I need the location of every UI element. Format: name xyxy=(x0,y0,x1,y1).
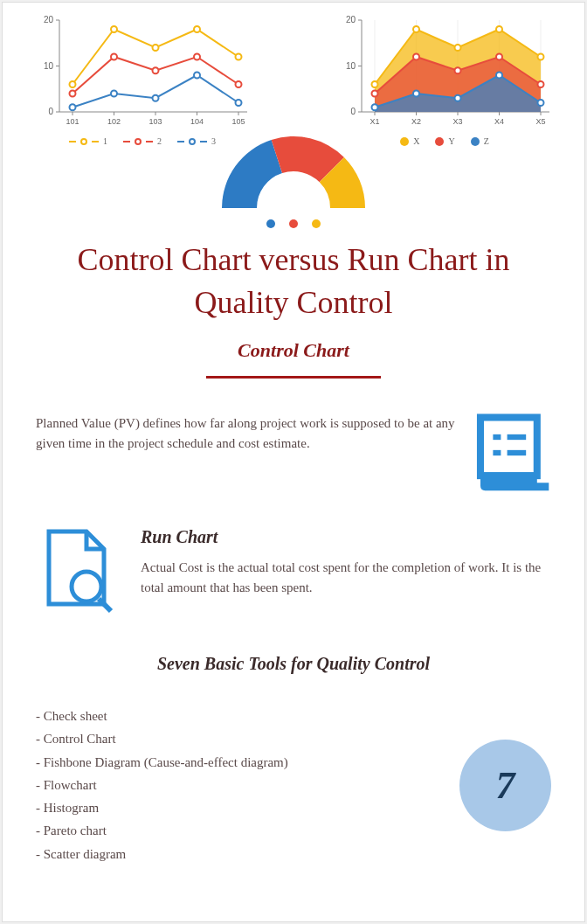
svg-text:105: 105 xyxy=(231,117,245,126)
svg-text:101: 101 xyxy=(66,117,79,126)
dot-blue xyxy=(266,219,275,228)
svg-text:102: 102 xyxy=(107,117,121,126)
svg-point-63 xyxy=(413,91,419,97)
divider xyxy=(206,376,381,379)
tools-list-item: - Check sheet xyxy=(36,705,442,727)
svg-point-55 xyxy=(496,26,502,32)
seven-tools-heading: Seven Basic Tools for Quality Control xyxy=(3,654,584,674)
svg-text:X5: X5 xyxy=(535,117,545,126)
dot-red xyxy=(289,219,298,228)
document-page: 01020101102103104105 123 01020X1X2X3X4X5… xyxy=(2,2,585,922)
gauge-chart xyxy=(3,134,584,212)
main-title: Control Chart versus Run Chart in Qualit… xyxy=(3,228,584,323)
dots-row xyxy=(3,219,584,228)
control-chart-text: Planned Value (PV) defines how far along… xyxy=(36,413,455,453)
svg-text:0: 0 xyxy=(350,107,356,116)
svg-point-18 xyxy=(153,45,159,51)
svg-text:103: 103 xyxy=(148,117,162,126)
tools-list-item: - Fishbone Diagram (Cause-and-effect dia… xyxy=(36,751,442,774)
svg-point-26 xyxy=(70,104,76,110)
svg-text:X4: X4 xyxy=(494,117,504,126)
svg-point-52 xyxy=(372,81,378,87)
svg-text:X2: X2 xyxy=(411,117,421,126)
svg-point-65 xyxy=(496,73,502,79)
svg-point-19 xyxy=(194,26,200,32)
svg-point-27 xyxy=(111,91,117,97)
svg-point-64 xyxy=(455,95,461,101)
svg-point-57 xyxy=(372,91,378,97)
run-chart-text: Actual Cost is the actual total cost spe… xyxy=(141,558,551,597)
svg-point-60 xyxy=(496,54,502,60)
svg-point-66 xyxy=(538,100,544,106)
dot-yellow xyxy=(312,219,321,228)
control-chart-heading: Control Chart xyxy=(3,339,584,362)
svg-point-72 xyxy=(72,572,101,601)
run-chart-section: Run Chart Actual Cost is the actual tota… xyxy=(3,527,584,650)
control-chart-section: Planned Value (PV) defines how far along… xyxy=(3,413,584,527)
document-list-icon xyxy=(473,413,551,492)
tools-list-item: - Control Chart xyxy=(36,727,442,750)
svg-point-61 xyxy=(538,81,544,87)
svg-text:20: 20 xyxy=(346,15,356,24)
tools-list-item: - Histogram xyxy=(36,796,442,819)
svg-point-21 xyxy=(70,91,76,97)
svg-text:0: 0 xyxy=(48,107,53,116)
svg-point-20 xyxy=(236,54,242,60)
svg-text:10: 10 xyxy=(346,61,356,71)
svg-point-24 xyxy=(194,54,200,60)
tools-list-item: - Pareto chart xyxy=(36,819,442,842)
svg-point-23 xyxy=(153,67,159,73)
document-search-icon xyxy=(36,527,123,615)
svg-point-53 xyxy=(413,26,419,32)
svg-point-59 xyxy=(455,67,461,73)
tools-section: - Check sheet- Control Chart- Fishbone D… xyxy=(3,705,584,865)
svg-text:X1: X1 xyxy=(369,117,379,126)
svg-text:20: 20 xyxy=(44,15,54,24)
tools-list-item: - Flowchart xyxy=(36,774,442,796)
run-chart-heading: Run Chart xyxy=(141,527,551,547)
tools-list-item: - Scatter diagram xyxy=(36,843,442,865)
svg-point-16 xyxy=(70,81,76,87)
svg-point-25 xyxy=(236,81,242,87)
count-badge: 7 xyxy=(459,740,551,831)
svg-point-58 xyxy=(413,54,419,60)
svg-point-17 xyxy=(111,26,117,32)
svg-point-29 xyxy=(194,73,200,79)
svg-point-54 xyxy=(455,45,461,51)
svg-point-22 xyxy=(111,54,117,60)
svg-text:10: 10 xyxy=(44,61,54,71)
svg-point-30 xyxy=(236,100,242,106)
svg-text:X3: X3 xyxy=(452,117,462,126)
svg-point-28 xyxy=(153,95,159,101)
svg-point-56 xyxy=(538,54,544,60)
svg-text:104: 104 xyxy=(190,117,204,126)
svg-point-62 xyxy=(372,104,378,110)
svg-rect-67 xyxy=(480,418,537,476)
tools-list: - Check sheet- Control Chart- Fishbone D… xyxy=(36,705,442,865)
